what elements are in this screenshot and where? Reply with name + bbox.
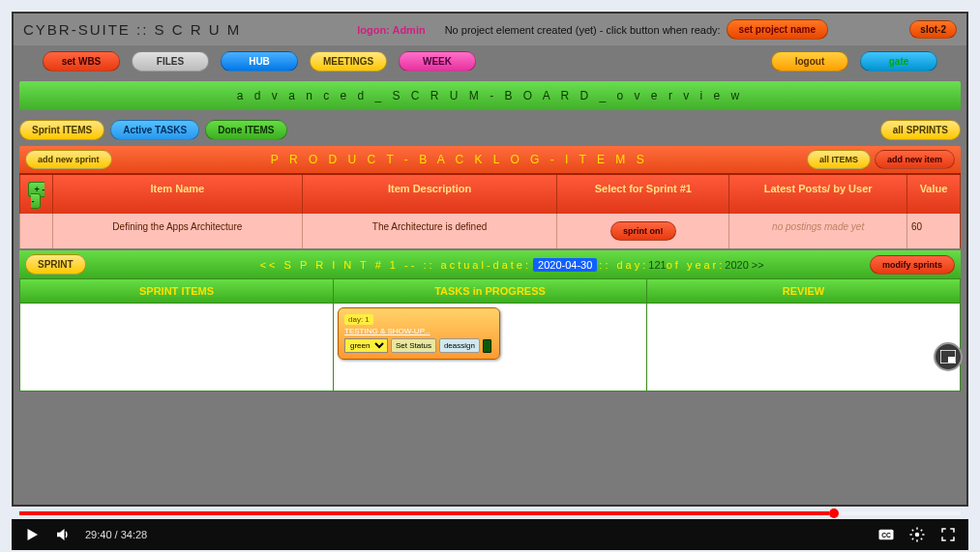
sprint-button[interactable]: SPRINT: [25, 254, 86, 275]
set-wbs-button[interactable]: set WBS: [43, 51, 120, 72]
volume-icon[interactable]: [54, 526, 72, 543]
sprint-year: 2020 >>: [725, 259, 763, 271]
meetings-button[interactable]: MEETINGS: [310, 51, 387, 72]
sprint-label: << S P R I N T # 1 -- :: actual-date:: [260, 259, 531, 271]
col-head-sprint-items: SPRINT ITEMS: [20, 279, 333, 304]
gate-button[interactable]: gate: [860, 51, 937, 72]
tab-row: Sprint ITEMS Active TASKS Done ITEMS all…: [14, 114, 966, 146]
table-header: + -- Item Name Item Description Select f…: [19, 173, 961, 214]
modify-sprints-button[interactable]: modify sprints: [870, 255, 955, 275]
app-title: CYBR-SUITE :: S C R U M: [23, 21, 241, 38]
cell-posts: no postings made yet: [728, 214, 906, 248]
cell-name: Defining the Apps Architecture: [52, 214, 302, 248]
svg-point-4: [915, 533, 920, 537]
app-header: CYBR-SUITE :: S C R U M logon: Admin No …: [14, 14, 966, 45]
board-columns: SPRINT ITEMS TASKS in PROGRESS day: 1 TE…: [19, 278, 961, 392]
board-title: a d v a n c e d _ S C R U M - B O A R D …: [19, 81, 961, 110]
svg-rect-1: [948, 357, 955, 363]
expand-toggle[interactable]: + --: [28, 182, 45, 209]
header-message: No project element created (yet) - click…: [445, 24, 721, 36]
sprint-date: 2020-04-30: [533, 258, 597, 272]
table-row: Defining the Apps Architecture The Archi…: [19, 214, 961, 248]
video-progress-bar[interactable]: [19, 511, 961, 515]
video-controls: 29:40 / 34:28 CC: [12, 519, 968, 550]
col-tasks-progress: TASKS in PROGRESS day: 1 TESTING & SHOW-…: [334, 279, 647, 391]
sprint-bar: SPRINT << S P R I N T # 1 -- :: actual-d…: [19, 250, 961, 278]
col-header-name: Item Name: [52, 175, 302, 214]
cell-value: 60: [906, 214, 961, 248]
files-button[interactable]: FILES: [132, 51, 209, 72]
backlog-table: + -- Item Name Item Description Select f…: [19, 173, 961, 248]
col-header-posts: Latest Posts/ by User: [728, 175, 906, 214]
task-title: TESTING & SHOW-UP...: [344, 327, 493, 335]
tab-done-items[interactable]: Done ITEMS: [205, 120, 286, 140]
backlog-header: add new sprint P R O D U C T - B A C K L…: [19, 146, 961, 173]
col-header-select: Select for Sprint #1: [556, 175, 728, 214]
video-time: 29:40 / 34:28: [85, 529, 147, 540]
add-new-sprint-button[interactable]: add new sprint: [25, 150, 112, 169]
settings-icon[interactable]: [908, 526, 926, 543]
svg-text:CC: CC: [881, 532, 891, 538]
col-head-review: REVIEW: [647, 279, 960, 304]
play-icon[interactable]: [23, 526, 41, 543]
picture-in-picture-icon[interactable]: [934, 342, 963, 371]
logout-button[interactable]: logout: [771, 51, 848, 72]
col-head-tasks-progress: TASKS in PROGRESS: [334, 279, 646, 304]
set-status-button[interactable]: Set Status: [391, 338, 436, 353]
col-sprint-items: SPRINT ITEMS: [20, 279, 334, 391]
sprint-day-label: :: day:: [599, 259, 648, 271]
progress-knob[interactable]: [829, 508, 839, 518]
deassign-button[interactable]: deassign: [439, 338, 480, 353]
progress-played: [19, 511, 829, 515]
hub-button[interactable]: HUB: [221, 51, 298, 72]
all-items-button[interactable]: all ITEMS: [807, 150, 871, 169]
col-header-value: Value: [906, 175, 961, 214]
login-label: logon: Admin: [357, 24, 425, 36]
task-card[interactable]: day: 1 TESTING & SHOW-UP... green Set St…: [338, 307, 500, 360]
cell-desc: The Architecture is defined: [302, 214, 557, 248]
col-review: REVIEW: [647, 279, 960, 391]
app-frame: CYBR-SUITE :: S C R U M logon: Admin No …: [12, 12, 968, 507]
set-project-name-button[interactable]: set project name: [727, 19, 828, 40]
backlog-title: P R O D U C T - B A C K L O G - I T E M …: [112, 153, 807, 166]
slot-button[interactable]: slot-2: [909, 20, 957, 39]
all-sprints-button[interactable]: all SPRINTS: [880, 120, 961, 140]
week-button[interactable]: WEEK: [399, 51, 476, 72]
sprint-on-button[interactable]: sprint on!: [610, 221, 676, 241]
add-new-item-button[interactable]: add new item: [875, 150, 955, 169]
col-header-desc: Item Description: [302, 175, 557, 214]
fullscreen-icon[interactable]: [939, 526, 957, 543]
task-day-badge: day: 1: [344, 314, 373, 325]
task-status-select[interactable]: green: [344, 338, 388, 353]
tab-active-tasks[interactable]: Active TASKS: [110, 120, 199, 140]
tab-sprint-items[interactable]: Sprint ITEMS: [19, 120, 104, 140]
status-led-icon: [483, 339, 491, 353]
sprint-ofyear: of year:: [667, 259, 726, 271]
captions-icon[interactable]: CC: [877, 526, 895, 543]
sprint-day: 121: [648, 259, 666, 271]
top-nav: set WBS FILES HUB MEETINGS WEEK logout g…: [14, 45, 966, 77]
